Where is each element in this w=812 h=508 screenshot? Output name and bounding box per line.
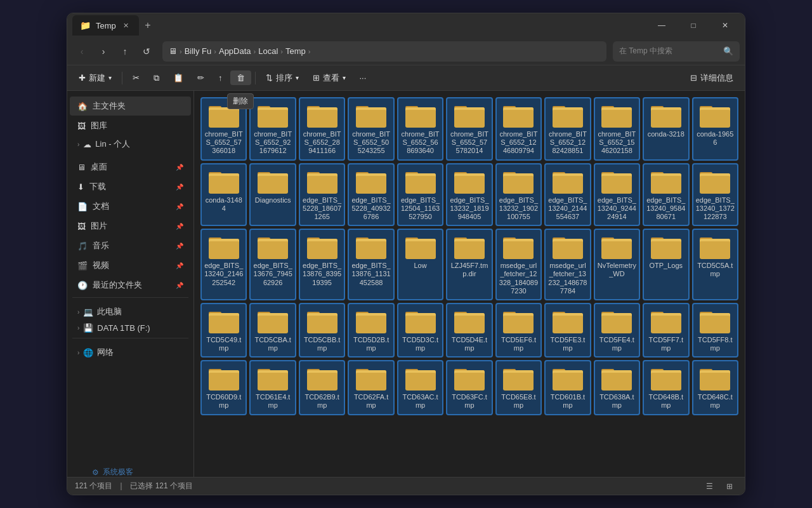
file-item[interactable]: edge_BITS_13240_2146252542 (200, 229, 247, 300)
file-item[interactable]: conda-31484 (200, 163, 247, 227)
file-item[interactable]: edge_BITS_13240_2144554637 (544, 163, 591, 227)
breadcrumb[interactable]: 🖥 › Billy Fu › AppData › Local › Temp › (162, 41, 606, 62)
file-item[interactable]: TCD62B9.tmp (299, 360, 345, 415)
sidebar-item-home[interactable]: 🏠 主文件夹 (70, 97, 191, 116)
file-item[interactable]: msedge_url_fetcher_12328_1840897230 (495, 229, 542, 300)
sidebar-item-music[interactable]: 🎵 音乐 📌 (70, 236, 191, 255)
paste-button[interactable]: 📋 (167, 70, 190, 85)
file-item[interactable]: Diagnostics (249, 163, 296, 227)
file-item[interactable]: TCD5D4E.tmp (446, 303, 492, 358)
file-item[interactable]: chrome_BITS_6552_289411166 (299, 97, 345, 161)
file-item[interactable]: TCD5D2B.tmp (348, 303, 394, 358)
rename-button[interactable]: ✏ (191, 70, 211, 85)
file-item[interactable]: edge_BITS_13876_839519395 (299, 229, 345, 300)
new-tab-button[interactable]: + (139, 17, 157, 34)
svg-rect-159 (503, 316, 534, 332)
sidebar-item-lin-personal[interactable]: › ☁ Lin - 个人 (70, 136, 191, 152)
file-item[interactable]: TCD5FE4.tmp (594, 303, 640, 358)
file-item[interactable]: TCD5EF6.tmp (495, 303, 542, 358)
file-item[interactable]: edge_BITS_12504_1163527950 (397, 163, 443, 227)
up-button[interactable]: ↑ (115, 42, 134, 61)
file-item[interactable]: edge_BITS_13240_1372122873 (692, 163, 738, 227)
sort-button[interactable]: ⇅ 排序 ▾ (259, 70, 305, 86)
breadcrumb-temp[interactable]: Temp (285, 46, 306, 56)
sidebar-item-videos[interactable]: 🎬 视频 📌 (70, 256, 191, 275)
file-item[interactable]: TCD638A.tmp (594, 360, 640, 415)
file-item[interactable]: edge_BITS_13876_1131452588 (348, 229, 394, 300)
file-item[interactable]: edge_BITS_5228_409326786 (348, 163, 394, 227)
file-item[interactable]: chrome_BITS_6552_1282428851 (544, 97, 591, 161)
search-box[interactable]: 在 Temp 中搜索 🔍 (613, 41, 740, 62)
minimize-button[interactable]: — (647, 13, 676, 37)
file-item[interactable]: conda-19656 (692, 97, 738, 161)
breadcrumb-appdata[interactable]: AppData (219, 46, 251, 56)
file-item[interactable]: TCD63FC.tmp (446, 360, 492, 415)
more-button[interactable]: ··· (353, 70, 373, 85)
active-tab[interactable]: 📁 Temp ✕ (72, 15, 139, 36)
file-item[interactable]: TCD60D9.tmp (200, 360, 247, 415)
refresh-button[interactable]: ↺ (137, 42, 156, 61)
file-item[interactable]: TCD5CBB.tmp (299, 303, 345, 358)
forward-button[interactable]: › (94, 42, 113, 61)
file-item[interactable]: TCD63AC.tmp (397, 360, 443, 415)
file-item[interactable]: chrome_BITS_6552_505243255 (348, 97, 394, 161)
sidebar-item-this-pc[interactable]: › 💻 此电脑 (70, 304, 191, 320)
file-item[interactable]: edge_BITS_13676_794562926 (249, 229, 296, 300)
view-button[interactable]: ⊞ 查看 ▾ (306, 70, 352, 86)
file-item[interactable]: TCD5C5A.tmp (692, 229, 738, 300)
file-item[interactable]: edge_BITS_13240_924424914 (594, 163, 640, 227)
breadcrumb-billyfu[interactable]: Billy Fu (185, 46, 212, 56)
details-button[interactable]: ⊟ 详细信息 (684, 70, 740, 86)
file-item[interactable]: TCD5D3C.tmp (397, 303, 443, 358)
file-item[interactable]: edge_BITS_13240_958480671 (643, 163, 689, 227)
share-button[interactable]: ↑ (212, 70, 229, 85)
file-item[interactable]: TCD5CBA.tmp (249, 303, 296, 358)
file-item[interactable]: NvTelemetry_WD (594, 229, 640, 300)
file-item[interactable]: LZJ45F7.tmp.dir (446, 229, 492, 300)
file-item[interactable]: TCD648C.tmp (692, 360, 738, 415)
file-item[interactable]: Low (397, 229, 443, 300)
file-item[interactable]: msedge_url_fetcher_13232_1486787784 (544, 229, 591, 300)
sidebar-item-pictures[interactable]: 🖼 图片 📌 (70, 217, 191, 236)
breadcrumb-local[interactable]: Local (258, 46, 278, 56)
file-item[interactable]: TCD5FE3.tmp (544, 303, 591, 358)
sidebar-item-desktop[interactable]: 🖥 桌面 📌 (70, 157, 191, 177)
back-button[interactable]: ‹ (72, 42, 91, 61)
file-item[interactable]: TCD648B.tmp (643, 360, 689, 415)
file-item[interactable]: chrome_BITS_6552_1546202158 (594, 97, 640, 161)
file-item[interactable]: edge_BITS_5228_186071265 (299, 163, 345, 227)
file-item[interactable]: TCD5FF8.tmp (692, 303, 738, 358)
copy-button[interactable]: ⧉ (147, 70, 166, 86)
desktop-icon: 🖥 (77, 163, 86, 172)
sidebar-item-recent[interactable]: 🕐 最近的文件夹 📌 (70, 276, 191, 295)
delete-button[interactable]: 🗑 删除 (230, 70, 251, 85)
file-item[interactable]: edge_BITS_13232_1819948405 (446, 163, 492, 227)
new-button[interactable]: ✚ 新建 ▾ (72, 70, 118, 86)
file-name: edge_BITS_12504_1163527950 (401, 196, 440, 222)
file-item[interactable]: conda-3218 (643, 97, 689, 161)
file-item[interactable]: edge_BITS_13232_1902100755 (495, 163, 542, 227)
file-item[interactable]: TCD65E8.tmp (495, 360, 542, 415)
sidebar-item-downloads[interactable]: ⬇ 下载 📌 (70, 177, 191, 196)
file-item[interactable]: chrome_BITS_6552_1246809794 (495, 97, 542, 161)
file-item[interactable]: TCD5FF7.tmp (643, 303, 689, 358)
file-item[interactable]: OTP_Logs (643, 229, 689, 300)
new-chevron: ▾ (108, 74, 112, 81)
cut-button[interactable]: ✂ (126, 70, 146, 85)
tab-close-button[interactable]: ✕ (121, 20, 131, 30)
sidebar-item-data-drive[interactable]: › 💾 DATA 1TB (F:) (70, 321, 191, 335)
sidebar-item-gallery[interactable]: 🖼 图库 (70, 116, 191, 135)
file-item[interactable]: TCD62FA.tmp (348, 360, 394, 415)
list-view-button[interactable]: ☰ (702, 479, 717, 494)
file-item[interactable]: chrome_BITS_6552_568693640 (397, 97, 443, 161)
maximize-button[interactable]: □ (679, 13, 708, 37)
close-button[interactable]: ✕ (710, 13, 740, 37)
file-item[interactable]: TCD61E4.tmp (249, 360, 296, 415)
sidebar-item-network[interactable]: › 🌐 网络 (70, 344, 191, 361)
sidebar-item-documents[interactable]: 📄 文档 📌 (70, 197, 191, 216)
file-item[interactable]: TCD5C49.tmp (200, 303, 247, 358)
file-item[interactable]: chrome_BITS_6552_921679612 (249, 97, 296, 161)
grid-view-button[interactable]: ⊞ (722, 479, 737, 494)
file-item[interactable]: TCD601B.tmp (544, 360, 591, 415)
file-item[interactable]: chrome_BITS_6552_575782014 (446, 97, 492, 161)
